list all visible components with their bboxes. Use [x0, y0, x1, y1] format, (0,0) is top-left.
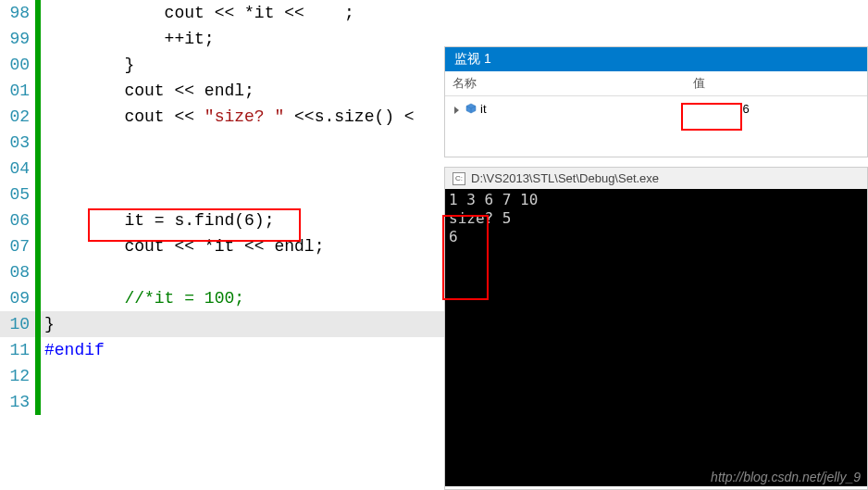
code-line[interactable]: 06 it = s.find(6); — [0, 207, 444, 233]
console-path: D:\VS2013\STL\Set\Debug\Set.exe — [471, 171, 659, 185]
code-line[interactable]: 10} — [0, 311, 444, 337]
watch-col-value: 值 — [686, 71, 806, 95]
line-number: 07 — [0, 233, 35, 259]
console-app-icon: C: — [453, 172, 465, 185]
watch-header: 名称 值 — [445, 71, 867, 96]
code-line[interactable]: 98 cout << *it << ; — [0, 0, 444, 26]
line-number: 00 — [0, 52, 35, 78]
code-line[interactable]: 12 — [0, 363, 444, 389]
code-content[interactable] — [41, 130, 444, 156]
code-content[interactable]: cout << "size? " <<s.size() < — [41, 104, 444, 130]
code-line[interactable]: 09 //*it = 100; — [0, 285, 444, 311]
code-content[interactable]: cout << *it << endl; — [41, 233, 444, 259]
line-number: 01 — [0, 78, 35, 104]
watch-var-value: 6 — [686, 100, 806, 118]
line-number: 03 — [0, 130, 35, 156]
line-number: 13 — [0, 389, 35, 415]
code-line[interactable]: 01 cout << endl; — [0, 78, 444, 104]
line-number: 06 — [0, 207, 35, 233]
code-content[interactable] — [41, 389, 444, 415]
code-content[interactable]: cout << *it << ; — [41, 0, 444, 26]
line-number: 10 — [0, 311, 35, 337]
line-number: 09 — [0, 285, 35, 311]
code-line[interactable]: 08 — [0, 259, 444, 285]
watch-title: 监视 1 — [445, 47, 867, 71]
code-content[interactable]: ++it; — [41, 26, 444, 52]
code-content[interactable]: it = s.find(6); — [41, 207, 444, 233]
watch-panel: 监视 1 名称 值 it 6 — [444, 46, 868, 157]
line-number: 11 — [0, 337, 35, 363]
code-line[interactable]: 03 — [0, 130, 444, 156]
line-number: 05 — [0, 182, 35, 207]
watermark: http://blog.csdn.net/jelly_9 — [711, 470, 861, 484]
code-content[interactable]: } — [41, 311, 444, 337]
line-number: 12 — [0, 363, 35, 389]
code-line[interactable]: 04 — [0, 156, 444, 182]
code-content[interactable] — [41, 259, 444, 285]
code-content[interactable]: //*it = 100; — [41, 285, 444, 311]
code-line[interactable]: 02 cout << "size? " <<s.size() < — [0, 104, 444, 130]
expand-icon[interactable] — [453, 104, 462, 113]
line-number: 98 — [0, 0, 35, 26]
watch-col-name: 名称 — [445, 71, 686, 95]
code-line[interactable]: 07 cout << *it << endl; — [0, 233, 444, 259]
code-line[interactable]: 11#endif — [0, 337, 444, 363]
console-title-bar: C: D:\VS2013\STL\Set\Debug\Set.exe — [445, 168, 867, 189]
code-content[interactable] — [41, 363, 444, 389]
watch-var-name: it — [480, 102, 487, 116]
code-content[interactable] — [41, 156, 444, 182]
code-content[interactable]: cout << endl; — [41, 78, 444, 104]
code-line[interactable]: 13 — [0, 389, 444, 415]
line-number: 99 — [0, 26, 35, 52]
code-content[interactable]: #endif — [41, 337, 444, 363]
code-content[interactable]: } — [41, 52, 444, 78]
line-number: 02 — [0, 104, 35, 130]
code-line[interactable]: 99 ++it; — [0, 26, 444, 52]
line-number: 04 — [0, 156, 35, 182]
code-line[interactable]: 00 } — [0, 52, 444, 78]
variable-icon — [465, 103, 477, 114]
code-editor[interactable]: 98 cout << *it << ;99 ++it;00 }01 cout <… — [0, 0, 444, 490]
code-line[interactable]: 05 — [0, 182, 444, 207]
code-content[interactable] — [41, 182, 444, 207]
line-number: 08 — [0, 259, 35, 285]
watch-row[interactable]: it 6 — [445, 96, 867, 120]
console-window: C: D:\VS2013\STL\Set\Debug\Set.exe 1 3 6… — [444, 167, 868, 490]
console-output: 1 3 6 7 10 size? 5 6 — [445, 189, 867, 486]
